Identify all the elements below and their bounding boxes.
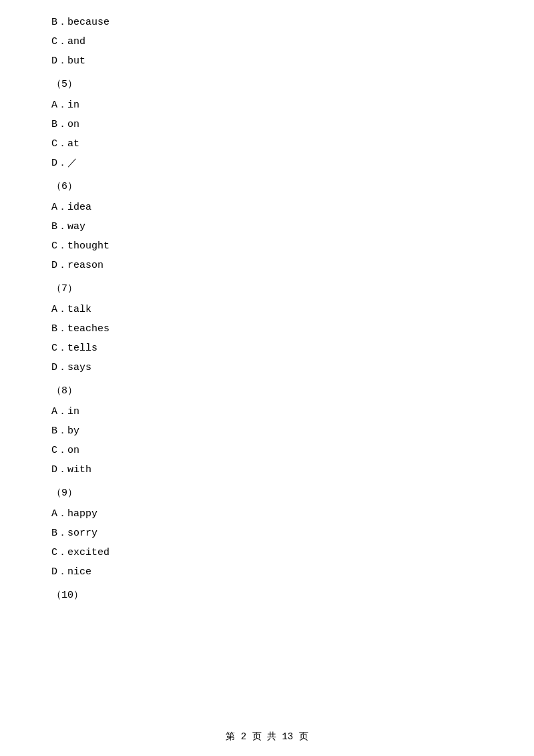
section6: （6）	[51, 178, 483, 196]
c5-at: C．at	[51, 135, 483, 153]
section10: （10）	[51, 586, 483, 604]
section5: （5）	[51, 75, 483, 93]
a5-in: A．in	[51, 96, 483, 114]
main-content: B．becauseC．andD．but（5）A．inB．onC．atD．／（6）…	[0, 0, 534, 647]
section7: （7）	[51, 280, 483, 298]
b6-way: B．way	[51, 218, 483, 236]
a6-idea: A．idea	[51, 198, 483, 216]
b-because: B．because	[51, 13, 483, 31]
a8-in: A．in	[51, 403, 483, 421]
b5-on: B．on	[51, 116, 483, 134]
d7-says: D．says	[51, 359, 483, 377]
d5-slash: D．／	[51, 154, 483, 172]
a9-happy: A．happy	[51, 505, 483, 523]
d6-reason: D．reason	[51, 256, 483, 274]
c9-excited: C．excited	[51, 544, 483, 562]
d-but: D．but	[51, 52, 483, 70]
c7-tells: C．tells	[51, 339, 483, 357]
b9-sorry: B．sorry	[51, 524, 483, 542]
a7-talk: A．talk	[51, 301, 483, 319]
c-and: C．and	[51, 33, 483, 51]
b8-by: B．by	[51, 422, 483, 440]
c6-thought: C．thought	[51, 237, 483, 255]
d9-nice: D．nice	[51, 563, 483, 581]
page-footer: 第 2 页 共 13 页	[0, 731, 534, 743]
d8-with: D．with	[51, 461, 483, 479]
b7-teaches: B．teaches	[51, 320, 483, 338]
section9: （9）	[51, 484, 483, 502]
c8-on: C．on	[51, 441, 483, 459]
section8: （8）	[51, 382, 483, 400]
